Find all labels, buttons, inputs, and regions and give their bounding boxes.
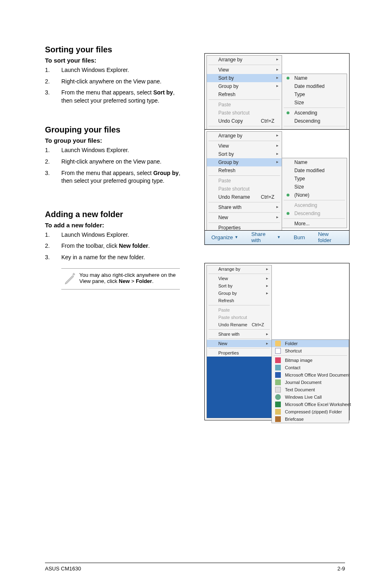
sort-ascending[interactable]: Ascending [282, 109, 347, 117]
step-3: 3. Key in a name for the new folder. [45, 254, 184, 262]
note-text: You may also right-click anywhere on the… [79, 272, 180, 286]
step-3: 3. From the menu that appears, select So… [45, 89, 184, 105]
briefcase-icon [275, 416, 281, 422]
step-1: 1. Launch Windows Explorer. [45, 66, 184, 74]
menu-sort-by[interactable]: Sort by [207, 282, 271, 290]
explorer-toolbar: Organize▼ Share with▼ Burn New folder [205, 231, 349, 245]
menu-share-with[interactable]: Share with [207, 330, 271, 338]
word-icon [275, 372, 281, 378]
new-word[interactable]: Microsoft Office Word Document [272, 371, 349, 379]
new-zip[interactable]: Compressed (zipped) Folder [272, 408, 349, 415]
sort-type[interactable]: Type [282, 90, 347, 99]
section-sorting: Sorting your files To sort your files: 1… [45, 45, 345, 105]
menu-view[interactable]: View [207, 66, 282, 74]
menu-arrange-by[interactable]: Arrange by [207, 56, 282, 64]
group-ascending: Ascending [282, 201, 347, 209]
new-journal[interactable]: Journal Document [272, 379, 349, 386]
footer-product: ASUS CM1630 [45, 566, 81, 572]
new-excel[interactable]: Microsoft Office Excel Worksheet [272, 401, 349, 408]
sort-name[interactable]: Name [282, 74, 347, 82]
menu-group-by[interactable]: Group by [207, 290, 271, 297]
separator [208, 305, 270, 305]
contact-icon [275, 365, 281, 370]
menu-sort-by[interactable]: Sort by Name Date modified Type Size Asc… [207, 74, 282, 82]
menu-arrange-by[interactable]: Arrange by [207, 265, 271, 273]
group-date-modified[interactable]: Date modified [282, 166, 347, 175]
separator [208, 99, 280, 100]
menu-undo-copy[interactable]: Undo Copy Ctrl+Z [207, 117, 282, 125]
menu-paste-shortcut: Paste shortcut [207, 109, 282, 117]
separator [273, 355, 347, 356]
menu-refresh[interactable]: Refresh [207, 166, 282, 175]
menu-new[interactable]: New Folder Shortcut Bitmap image Contact… [207, 340, 271, 347]
separator [208, 202, 280, 202]
excel-icon [275, 402, 281, 407]
journal-icon [275, 379, 281, 385]
footer-page: 2-9 [337, 566, 345, 572]
group-size[interactable]: Size [282, 183, 347, 191]
note-block: You may also right-click anywhere on the… [61, 268, 180, 290]
menu-undo-rename[interactable]: Undo Rename Ctrl+Z [207, 321, 271, 328]
toolbar-organize[interactable]: Organize▼ [205, 234, 245, 240]
menu-paste-shortcut: Paste shortcut [207, 185, 282, 193]
bitmap-icon [275, 357, 281, 363]
new-shortcut[interactable]: Shortcut [272, 347, 349, 355]
step-3: 3. From the menu that appears, select Gr… [45, 169, 184, 185]
group-type[interactable]: Type [282, 175, 347, 183]
menu-refresh[interactable]: Refresh [207, 90, 282, 99]
folder-icon [275, 341, 281, 346]
menu-properties[interactable]: Properties [207, 349, 271, 357]
separator [208, 65, 280, 65]
sort-date-modified[interactable]: Date modified [282, 82, 347, 90]
menu-paste-shortcut: Paste shortcut [207, 314, 271, 321]
menu-refresh[interactable]: Refresh [207, 297, 271, 304]
new-livecall[interactable]: Windows Live Call [272, 393, 349, 401]
group-none[interactable]: (None) [282, 191, 347, 199]
toolbar-share-with[interactable]: Share with▼ [245, 231, 287, 243]
page-footer: ASUS CM1630 2-9 [45, 563, 345, 572]
step-1: 1. Launch Windows Explorer. [45, 146, 184, 155]
step-2: 2. Right-click anywhere on the View pane… [45, 158, 184, 166]
separator [208, 329, 270, 330]
separator [284, 108, 345, 108]
menu-arrange-by[interactable]: Arrange by [207, 132, 282, 140]
section-grouping: Grouping your files To group your files:… [45, 125, 345, 185]
screenshot-toolbar: Organize▼ Share with▼ Burn New folder [204, 230, 350, 245]
zip-icon [275, 409, 281, 415]
sort-size[interactable]: Size [282, 99, 347, 107]
chevron-down-icon: ▼ [277, 235, 281, 239]
menu-group-by[interactable]: Group by [207, 82, 282, 90]
separator [208, 339, 270, 339]
menu-paste: Paste [207, 101, 282, 109]
separator [208, 348, 270, 348]
new-bitmap[interactable]: Bitmap image [272, 357, 349, 364]
livecall-icon [275, 394, 281, 400]
new-briefcase[interactable]: Briefcase [272, 415, 349, 423]
step-2: 2. Right-click anywhere on the View pane… [45, 78, 184, 86]
menu-undo-rename[interactable]: Undo Rename Ctrl+Z [207, 193, 282, 201]
new-folder[interactable]: Folder [272, 340, 349, 347]
separator [208, 274, 270, 274]
menu-group-by[interactable]: Group by Name Date modified Type Size (N… [207, 158, 282, 166]
toolbar-new-folder[interactable]: New folder [312, 231, 349, 243]
sort-descending[interactable]: Descending [282, 117, 347, 125]
toolbar-burn[interactable]: Burn [287, 234, 312, 240]
selected-background [207, 357, 271, 418]
section-newfolder: Adding a new folder To add a new folder:… [45, 210, 345, 290]
step-2: 2. From the toolbar, click New folder. [45, 242, 184, 250]
menu-sort-by[interactable]: Sort by [207, 150, 282, 158]
heading-newfolder: Adding a new folder [45, 210, 345, 219]
step-1: 1. Launch Windows Explorer. [45, 231, 184, 239]
subhead-newfolder: To add a new folder: [45, 222, 345, 229]
group-name[interactable]: Name [282, 158, 347, 166]
shortcut-icon [275, 348, 281, 354]
menu-paste: Paste [207, 306, 271, 314]
menu-view[interactable]: View [207, 142, 282, 150]
new-text[interactable]: Text Document [272, 386, 349, 393]
menu-paste: Paste [207, 177, 282, 185]
context-menu: Arrange by View Sort by Group by Refresh… [206, 265, 272, 418]
separator [208, 141, 280, 141]
new-contact[interactable]: Contact [272, 364, 349, 371]
screenshot-new-submenu: Arrange by View Sort by Group by Refresh… [204, 263, 350, 420]
menu-view[interactable]: View [207, 275, 271, 282]
